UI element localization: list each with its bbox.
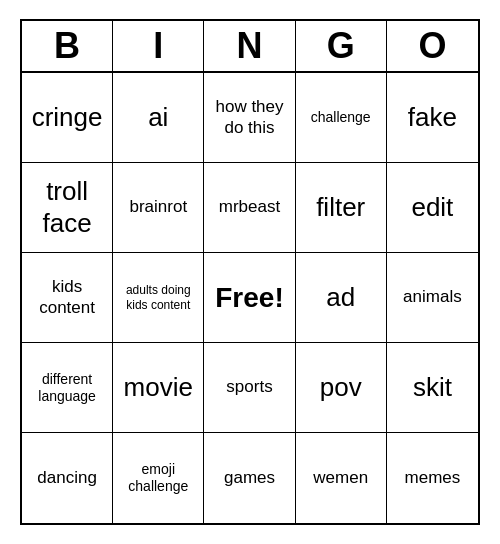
cell-text: movie (124, 372, 193, 403)
header-letter: G (296, 21, 387, 71)
bingo-cell: games (204, 433, 295, 523)
cell-text: fake (408, 102, 457, 133)
cell-text: how they do this (208, 97, 290, 138)
cell-text: wemen (313, 468, 368, 488)
bingo-cell: wemen (296, 433, 387, 523)
cell-text: emoji challenge (117, 461, 199, 495)
bingo-cell: dancing (22, 433, 113, 523)
cell-text: Free! (215, 281, 283, 315)
bingo-card: BINGO cringeaihow they do thischallengef… (20, 19, 480, 525)
bingo-cell: pov (296, 343, 387, 433)
bingo-cell: Free! (204, 253, 295, 343)
bingo-cell: troll face (22, 163, 113, 253)
header-letter: B (22, 21, 113, 71)
cell-text: sports (226, 377, 272, 397)
cell-text: ad (326, 282, 355, 313)
cell-text: animals (403, 287, 462, 307)
bingo-cell: how they do this (204, 73, 295, 163)
bingo-cell: mrbeast (204, 163, 295, 253)
cell-text: ai (148, 102, 168, 133)
cell-text: edit (411, 192, 453, 223)
cell-text: skit (413, 372, 452, 403)
cell-text: troll face (26, 176, 108, 238)
cell-text: games (224, 468, 275, 488)
bingo-cell: emoji challenge (113, 433, 204, 523)
bingo-cell: edit (387, 163, 478, 253)
bingo-cell: kids content (22, 253, 113, 343)
bingo-cell: ad (296, 253, 387, 343)
cell-text: pov (320, 372, 362, 403)
bingo-cell: adults doing kids content (113, 253, 204, 343)
cell-text: different language (26, 371, 108, 405)
bingo-cell: animals (387, 253, 478, 343)
cell-text: mrbeast (219, 197, 280, 217)
bingo-header: BINGO (22, 21, 478, 73)
cell-text: filter (316, 192, 365, 223)
cell-text: adults doing kids content (117, 283, 199, 312)
header-letter: I (113, 21, 204, 71)
bingo-cell: skit (387, 343, 478, 433)
bingo-cell: filter (296, 163, 387, 253)
bingo-cell: sports (204, 343, 295, 433)
bingo-cell: different language (22, 343, 113, 433)
cell-text: challenge (311, 109, 371, 126)
bingo-cell: challenge (296, 73, 387, 163)
cell-text: memes (405, 468, 461, 488)
bingo-cell: cringe (22, 73, 113, 163)
cell-text: brainrot (129, 197, 187, 217)
cell-text: kids content (26, 277, 108, 318)
cell-text: dancing (37, 468, 97, 488)
header-letter: O (387, 21, 478, 71)
cell-text: cringe (32, 102, 103, 133)
bingo-cell: movie (113, 343, 204, 433)
bingo-cell: fake (387, 73, 478, 163)
bingo-cell: brainrot (113, 163, 204, 253)
header-letter: N (204, 21, 295, 71)
bingo-grid: cringeaihow they do thischallengefaketro… (22, 73, 478, 523)
bingo-cell: memes (387, 433, 478, 523)
bingo-cell: ai (113, 73, 204, 163)
